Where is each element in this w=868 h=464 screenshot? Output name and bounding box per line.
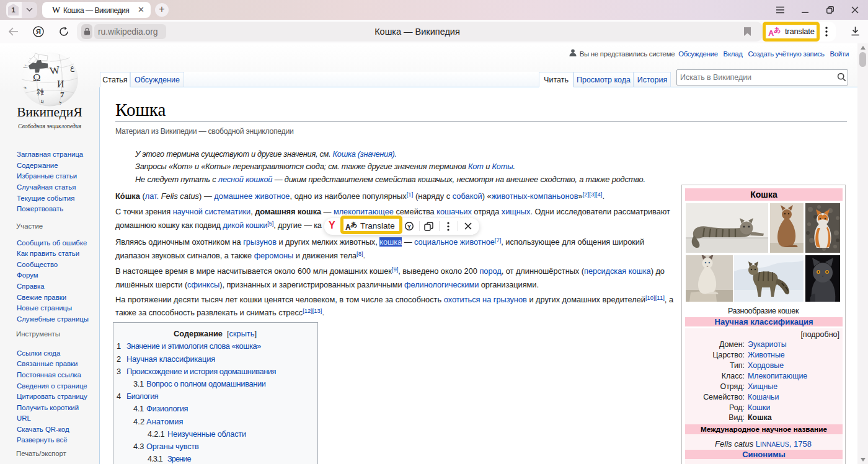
svg-text:あ: あ xyxy=(350,221,357,228)
svg-text:Y: Y xyxy=(407,224,411,230)
svg-text:7: 7 xyxy=(60,90,64,99)
svg-text:雑: 雑 xyxy=(37,87,44,96)
svg-text:あ: あ xyxy=(774,26,781,33)
svg-text:И: И xyxy=(57,79,64,89)
svg-text:ع: ع xyxy=(70,63,75,72)
svg-text:Ω: Ω xyxy=(33,72,41,84)
